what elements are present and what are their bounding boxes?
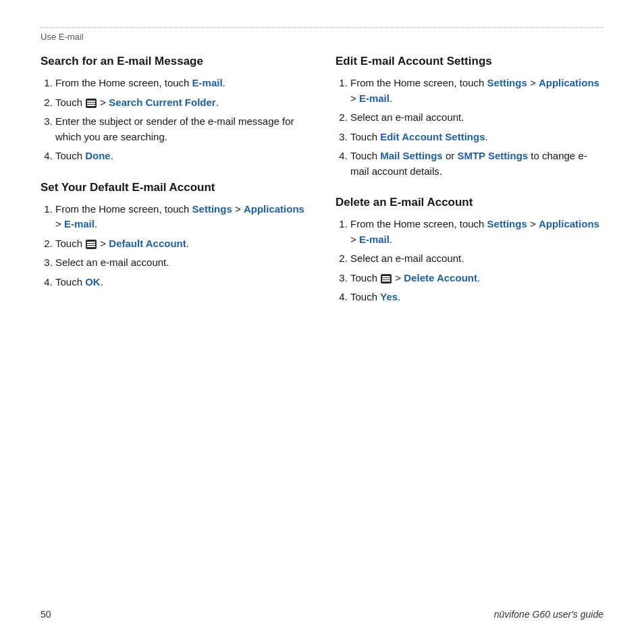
section-edit: Edit E-mail Account Settings From the Ho… (336, 54, 603, 179)
step-text: . (390, 92, 392, 104)
menu-icon (86, 99, 97, 108)
link-smtp-settings: SMTP Settings (457, 150, 528, 161)
step-text: or (443, 150, 458, 161)
header-label: Use E-mail (41, 32, 603, 42)
step-text: . (398, 291, 400, 302)
list-item: Enter the subject or sender of the e-mai… (55, 114, 308, 144)
link-applications: Applications (539, 218, 599, 230)
step-text: > (527, 218, 539, 230)
step-text: Touch (350, 131, 380, 142)
step-text: > (97, 238, 109, 249)
step-text: . (216, 97, 219, 108)
step-text: From the Home screen, touch (350, 77, 487, 88)
list-item: From the Home screen, touch E-mail. (55, 76, 308, 91)
link-email: E-mail (359, 92, 390, 104)
step-text: Touch (350, 291, 380, 302)
footer: 50 nüvifone G60 user's guide (41, 609, 603, 620)
link-settings: Settings (487, 77, 527, 88)
step-text: Select an e-mail account. (350, 252, 464, 264)
link-applications: Applications (539, 77, 599, 88)
link-done: Done (85, 150, 111, 161)
step-text: . (223, 77, 225, 88)
step-text: Touch (55, 97, 85, 108)
step-text: Touch (55, 276, 85, 288)
step-text: Touch (55, 150, 85, 161)
step-text: . (111, 150, 113, 161)
left-column: Search for an E-mail Message From the Ho… (41, 54, 308, 321)
link-email: E-mail (359, 234, 390, 245)
step-text: . (485, 131, 487, 142)
section-default-list: From the Home screen, touch Settings > A… (41, 202, 308, 290)
right-column: Edit E-mail Account Settings From the Ho… (336, 54, 603, 321)
link-email: E-mail (64, 218, 95, 230)
link-applications: Applications (244, 203, 304, 215)
section-search-title: Search for an E-mail Message (41, 54, 308, 69)
step-text: Touch (350, 272, 380, 284)
list-item: From the Home screen, touch Settings > A… (350, 217, 603, 247)
step-text: > (527, 77, 539, 88)
section-delete-list: From the Home screen, touch Settings > A… (336, 217, 603, 305)
list-item: Touch > Search Current Folder. (55, 95, 308, 111)
list-item: Select an e-mail account. (55, 255, 308, 271)
menu-icon (86, 240, 97, 249)
footer-brand: nüvifone G60 user's guide (494, 609, 603, 620)
link-default-account: Default Account (109, 238, 186, 249)
link-settings: Settings (487, 218, 527, 230)
section-default-title: Set Your Default E-mail Account (41, 180, 308, 195)
section-delete-title: Delete an E-mail Account (336, 195, 603, 210)
content-columns: Search for an E-mail Message From the Ho… (41, 54, 603, 321)
section-search-list: From the Home screen, touch E-mail. Touc… (41, 76, 308, 164)
step-text: . (186, 238, 189, 249)
link-ok: OK (85, 276, 101, 288)
list-item: From the Home screen, touch Settings > A… (350, 76, 603, 106)
link-search-current-folder: Search Current Folder (109, 97, 215, 108)
footer-page-number: 50 (41, 609, 51, 620)
step-text: > (350, 92, 359, 104)
section-edit-list: From the Home screen, touch Settings > A… (336, 76, 603, 179)
step-text: . (390, 234, 392, 245)
step-text: > (350, 234, 359, 245)
link-mail-settings: Mail Settings (380, 150, 443, 161)
link-email: E-mail (192, 77, 223, 88)
link-settings: Settings (192, 203, 232, 215)
step-text: > (55, 218, 64, 230)
menu-icon (381, 274, 392, 284)
list-item: Touch > Default Account. (55, 236, 308, 252)
step-text: . (95, 218, 97, 230)
step-text: Touch (350, 150, 380, 161)
list-item: Select an e-mail account. (350, 110, 603, 126)
step-text: From the Home screen, touch (350, 218, 487, 230)
list-item: Touch OK. (55, 275, 308, 290)
section-delete: Delete an E-mail Account From the Home s… (336, 195, 603, 305)
link-yes: Yes (380, 291, 398, 302)
step-text: > (232, 203, 244, 215)
step-text: > (97, 97, 109, 108)
step-text: . (477, 272, 480, 284)
list-item: Touch Edit Account Settings. (350, 130, 603, 145)
step-text: From the Home screen, touch (55, 203, 192, 215)
list-item: Select an e-mail account. (350, 251, 603, 267)
step-text: From the Home screen, touch (55, 77, 192, 88)
list-item: Touch > Delete Account. (350, 271, 603, 286)
section-search: Search for an E-mail Message From the Ho… (41, 54, 308, 164)
list-item: From the Home screen, touch Settings > A… (55, 202, 308, 232)
step-text: Enter the subject or sender of the e-mai… (55, 115, 294, 142)
step-text: . (101, 276, 103, 288)
section-edit-title: Edit E-mail Account Settings (336, 54, 603, 69)
list-item: Touch Mail Settings or SMTP Settings to … (350, 149, 603, 179)
page: Use E-mail Search for an E-mail Message … (0, 0, 644, 644)
section-default: Set Your Default E-mail Account From the… (41, 180, 308, 290)
link-edit-account-settings: Edit Account Settings (380, 131, 485, 142)
step-text: Touch (55, 238, 85, 249)
step-text: Select an e-mail account. (55, 257, 169, 268)
step-text: Select an e-mail account. (350, 111, 464, 123)
list-item: Touch Yes. (350, 290, 603, 305)
step-text: > (392, 272, 404, 284)
link-delete-account: Delete Account (404, 272, 477, 284)
header-rule (41, 27, 603, 28)
list-item: Touch Done. (55, 149, 308, 164)
